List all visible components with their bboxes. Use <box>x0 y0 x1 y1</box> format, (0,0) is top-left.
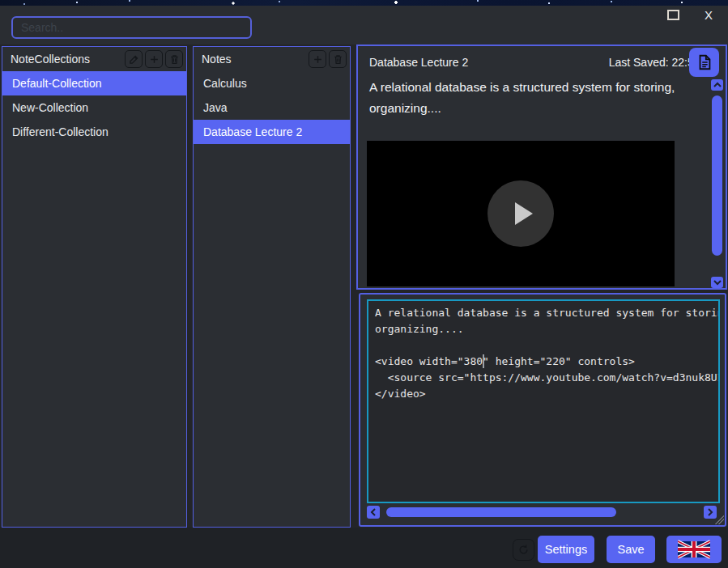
text-caret <box>483 354 484 368</box>
chevron-right-icon <box>707 508 713 516</box>
delete-note-button[interactable] <box>329 50 347 68</box>
desktop-starry-strip <box>0 0 728 6</box>
video-play-button[interactable] <box>487 180 554 247</box>
editor-container: A relational database is a structured sy… <box>359 293 726 527</box>
edit-collection-button[interactable] <box>125 50 143 68</box>
note-title: Database Lecture 2 <box>369 56 609 69</box>
pencil-icon <box>129 54 139 65</box>
collection-item[interactable]: Different-Collection <box>2 120 186 144</box>
notes-panel-header: Notes <box>194 47 350 71</box>
vertical-scrollbar-thumb[interactable] <box>712 95 722 256</box>
add-note-button[interactable] <box>309 50 326 68</box>
note-preview-header: Database Lecture 2 Last Saved: 22:50:16 <box>358 46 726 78</box>
search-input[interactable] <box>11 16 252 39</box>
notes-panel-title: Notes <box>202 53 306 66</box>
note-source-editor[interactable]: A relational database is a structured sy… <box>367 299 720 503</box>
horizontal-scrollbar-thumb[interactable] <box>386 507 616 517</box>
maximize-button[interactable] <box>667 10 679 20</box>
plus-icon <box>313 54 323 65</box>
document-icon <box>696 53 713 71</box>
play-icon <box>515 202 533 225</box>
editor-line: <video width="380" height="220" controls… <box>375 354 712 370</box>
trash-icon <box>169 54 180 65</box>
close-button[interactable]: X <box>700 6 717 24</box>
add-collection-button[interactable] <box>145 50 163 68</box>
note-item[interactable]: Java <box>194 95 350 120</box>
editor-line <box>375 337 712 354</box>
resize-grip[interactable] <box>715 515 724 524</box>
notes-panel: Notes Calculus Java Database Lecture 2 <box>193 46 351 528</box>
chevron-up-icon <box>713 82 722 88</box>
scroll-left-button[interactable] <box>367 506 380 519</box>
chevron-left-icon <box>370 508 377 516</box>
scroll-up-button[interactable] <box>711 79 723 91</box>
language-flag-button[interactable] <box>666 536 722 563</box>
editor-line: <source src="https://www.youtube.com/wat… <box>375 370 712 386</box>
settings-button[interactable]: Settings <box>538 536 594 563</box>
horizontal-scrollbar[interactable] <box>367 506 717 519</box>
collections-panel: NoteCollections Default-Collection New-C… <box>2 46 187 528</box>
trash-icon <box>333 54 343 65</box>
collections-panel-title: NoteCollections <box>11 53 122 66</box>
video-player <box>367 141 675 286</box>
plus-icon <box>149 54 160 65</box>
editor-line: organizing.... <box>375 321 712 337</box>
note-item[interactable]: Database Lecture 2 <box>194 120 350 144</box>
refresh-icon <box>517 544 530 556</box>
uk-flag-icon <box>678 539 710 560</box>
vertical-scrollbar[interactable] <box>711 79 723 288</box>
editor-line: </video> <box>375 386 712 402</box>
save-button[interactable]: Save <box>607 536 655 563</box>
chevron-down-icon <box>713 279 722 286</box>
refresh-button[interactable] <box>513 539 534 561</box>
collections-panel-header: NoteCollections <box>2 47 186 71</box>
note-item[interactable]: Calculus <box>194 71 350 95</box>
editor-content: A relational database is a structured sy… <box>368 301 718 406</box>
editor-line: A relational database is a structured sy… <box>375 305 712 321</box>
collection-item[interactable]: Default-Collection <box>2 71 186 95</box>
scroll-down-button[interactable] <box>711 277 723 288</box>
export-document-button[interactable] <box>689 48 719 77</box>
collection-item[interactable]: New-Collection <box>2 95 186 120</box>
delete-collection-button[interactable] <box>165 50 183 68</box>
note-rendered-text: A relational database is a structured sy… <box>369 77 709 119</box>
note-preview-pane: Database Lecture 2 Last Saved: 22:50:16 … <box>356 45 727 290</box>
